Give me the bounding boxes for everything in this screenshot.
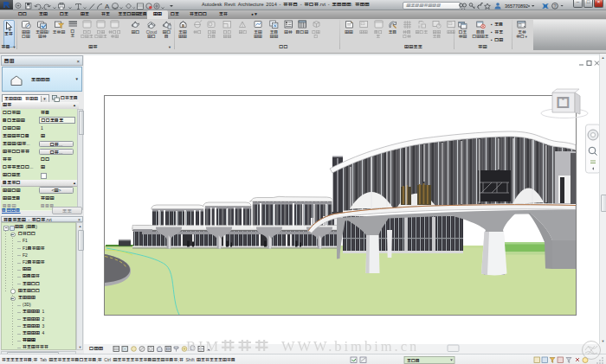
svg-text:365770892: 365770892 [505,3,528,8]
svg-text:?: ? [553,3,556,9]
svg-text:前: 前 [557,95,571,110]
svg-text:A: A [105,3,110,10]
svg-text:主模型: 主模型 [407,359,420,363]
